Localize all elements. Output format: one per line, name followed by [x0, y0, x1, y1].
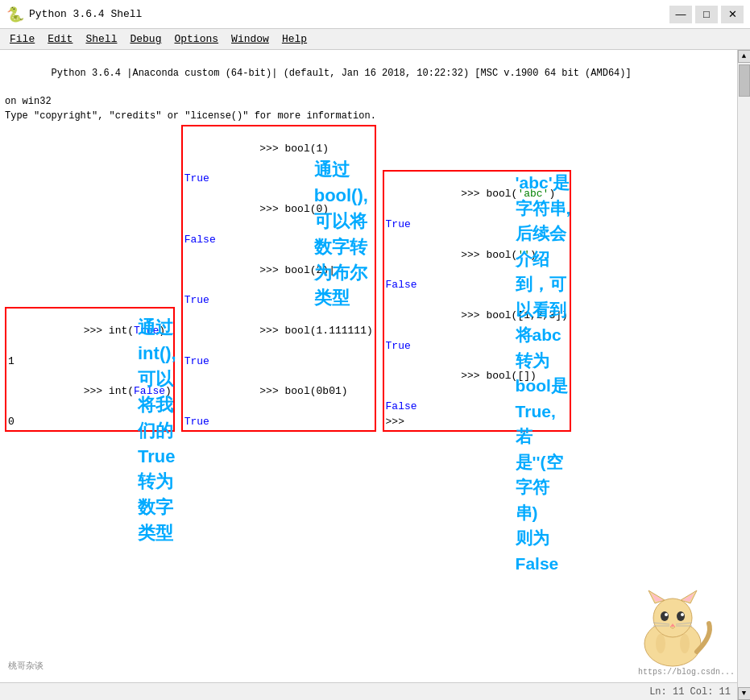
shell-line-bool-float: >>> bool(1.111111): [184, 309, 373, 354]
cat-illustration: [624, 587, 721, 668]
menu-bar: File Edit Shell Debug Options Window Hel…: [0, 29, 750, 50]
scrollbar-thumb[interactable]: [739, 64, 750, 97]
svg-point-15: [656, 634, 665, 653]
svg-point-9: [681, 613, 684, 616]
menu-edit[interactable]: Edit: [41, 31, 79, 47]
shell-header-line2: on win32: [5, 95, 732, 109]
shell-header-line1: Python 3.6.4 |Anaconda custom (64-bit)| …: [5, 53, 732, 95]
svg-point-8: [665, 613, 668, 616]
svg-point-1: [653, 599, 692, 637]
shell-result-bool-float: True: [184, 354, 373, 370]
menu-file[interactable]: File: [3, 31, 41, 47]
menu-window[interactable]: Window: [225, 31, 276, 47]
svg-point-6: [661, 611, 669, 621]
shell-main[interactable]: Python 3.6.4 |Anaconda custom (64-bit)| …: [0, 50, 737, 700]
window-title: Python 3.6.4 Shell: [29, 8, 142, 20]
shell-line-bool-bin: >>> bool(0b01): [184, 369, 373, 415]
title-left: 🐍 Python 3.6.4 Shell: [6, 6, 142, 23]
python-logo-icon: 🐍: [6, 6, 24, 23]
menu-debug[interactable]: Debug: [123, 31, 168, 47]
shell-info-line: Type "copyright", "credits" or "license(…: [5, 110, 732, 123]
bottom-signature: 桃哥杂谈: [8, 660, 44, 672]
maximize-button[interactable]: □: [695, 6, 718, 23]
menu-help[interactable]: Help: [276, 31, 313, 47]
svg-point-16: [680, 634, 690, 653]
annotation-text-2: 通过bool(),可以将数字转为布尔类型: [314, 157, 376, 311]
url-watermark: https://blog.csdn...: [636, 667, 737, 677]
cursor-position: Ln: 11 Col: 11: [649, 686, 731, 698]
menu-options[interactable]: Options: [168, 31, 225, 47]
shell-result-bool-bin: True: [184, 415, 373, 430]
title-bar: 🐍 Python 3.6.4 Shell — □ ✕: [0, 0, 750, 29]
close-button[interactable]: ✕: [721, 6, 744, 23]
cat-watermark: [624, 587, 721, 676]
shell-content-area: Python 3.6.4 |Anaconda custom (64-bit)| …: [0, 50, 737, 435]
menu-shell[interactable]: Shell: [79, 31, 123, 47]
scrollbar-up-button[interactable]: ▲: [738, 50, 751, 63]
shell-container: Python 3.6.4 |Anaconda custom (64-bit)| …: [0, 50, 750, 700]
annotation-text-3: 'abc'是字符串,后续会介绍到，可以看到 将abc转为bool是True,若是…: [516, 170, 571, 576]
status-bar: Ln: 11 Col: 11: [0, 682, 737, 700]
scrollbar-down-button[interactable]: ▼: [738, 687, 751, 700]
svg-point-7: [677, 611, 685, 621]
minimize-button[interactable]: —: [669, 6, 692, 23]
title-controls: — □ ✕: [669, 6, 744, 23]
scrollbar[interactable]: ▲ ▼: [737, 50, 750, 700]
annotation-text-1: 通过int(),可以将我们的True转为数字类型: [138, 315, 176, 546]
